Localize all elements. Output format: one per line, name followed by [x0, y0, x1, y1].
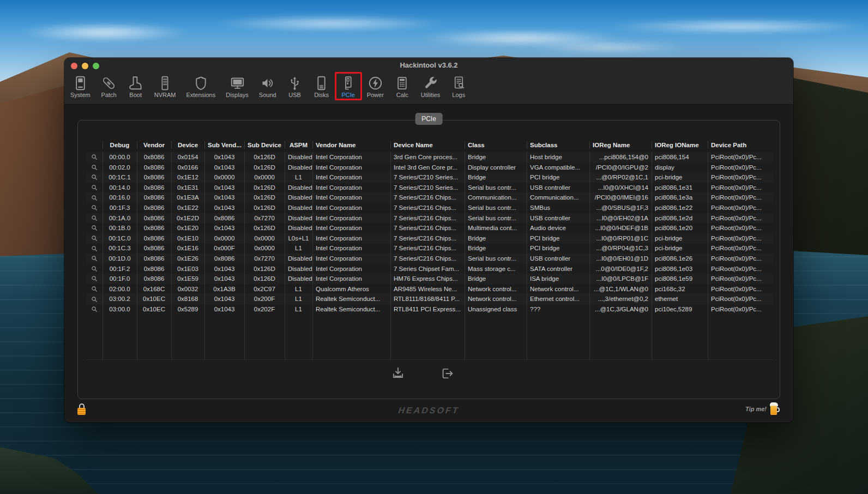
table-row[interactable]: 00:1B.00x80860x1E200x10430x126DDisabledI…	[86, 223, 773, 233]
cell-ioreg_ioname: pci8086,1e2d	[652, 213, 708, 224]
cell-device: 0x0166	[171, 162, 204, 173]
inspect-magnifier-icon[interactable]	[86, 225, 103, 231]
table-row[interactable]: 00:1C.30x80860x1E160x000F0x0000L1Intel C…	[86, 243, 773, 254]
inspect-magnifier-icon[interactable]	[86, 174, 103, 180]
cell-vendor_name: Realtek Semiconduct...	[312, 304, 390, 315]
cell-device_name: 7 Series/C210 Series...	[390, 183, 465, 193]
inspect-magnifier-icon[interactable]	[86, 154, 103, 160]
table-row[interactable]: 00:1C.10x80860x1E120x00000x0000L1Intel C…	[86, 172, 773, 183]
cell-vendor_name: Intel Corporation	[312, 274, 390, 284]
column-header-class[interactable]: Class	[465, 142, 527, 148]
cell-sub_vendor: 0x1043	[204, 152, 244, 162]
cell-device: 0x1E22	[171, 203, 204, 213]
column-header-debug[interactable]: Debug	[103, 142, 137, 148]
export-button[interactable]	[439, 367, 455, 382]
inspect-magnifier-icon[interactable]	[86, 286, 103, 292]
table-row[interactable]: 00:1D.00x80860x1E260x80860x7270DisabledI…	[86, 254, 773, 264]
table-row[interactable]: 02:00.00x168C0x00320x1A3B0x2C97L1Qualcom…	[86, 284, 773, 294]
column-header-aspm[interactable]: ASPM	[285, 142, 312, 148]
table-row[interactable]: 00:1F.00x80860x1E590x10430x126DDisabledI…	[86, 274, 773, 284]
cell-debug: 00:16.0	[103, 192, 137, 203]
column-header-sub_vendor[interactable]: Sub Vend...	[204, 142, 244, 148]
column-header-vendor[interactable]: Vendor	[137, 142, 171, 148]
column-header-ioreg_ioname[interactable]: IOReg IOName	[652, 142, 708, 148]
column-header-device[interactable]: Device	[171, 142, 204, 148]
logs-icon	[450, 75, 467, 91]
inspect-magnifier-icon[interactable]	[86, 296, 103, 303]
inspect-magnifier-icon[interactable]	[86, 184, 103, 191]
toolbar-label-boot: Boot	[129, 92, 142, 99]
cell-aspm: Disabled	[285, 274, 312, 284]
toolbar-item-patch[interactable]: Patch	[99, 75, 119, 99]
table-row[interactable]: 00:00.00x80860x01540x10430x126DDisabledI…	[86, 152, 773, 162]
table-row[interactable]: 00:02.00x80860x01660x10430x126DDisabledI…	[86, 162, 773, 173]
cell-vendor_name: Intel Corporation	[312, 264, 390, 274]
cell-subclass: Network control...	[527, 284, 589, 294]
column-header-device_path[interactable]: Device Path	[708, 142, 773, 148]
toolbar-item-usb[interactable]: USB	[285, 75, 305, 99]
cell-debug: 03:00.0	[103, 304, 137, 315]
toolbar-item-utilities[interactable]: Utilities	[419, 75, 442, 99]
cell-debug: 02:00.0	[103, 284, 137, 294]
cell-sub_device: 0x126D	[244, 192, 285, 203]
toolbar-item-sound[interactable]: Sound	[257, 75, 278, 99]
export-icon	[440, 366, 454, 383]
cell-device: 0x1E31	[171, 183, 204, 193]
toolbar-item-disks[interactable]: Disks	[312, 75, 331, 99]
inspect-magnifier-icon[interactable]	[86, 204, 103, 211]
cell-subclass: Audio device	[527, 223, 589, 233]
cell-aspm: L1	[285, 172, 312, 183]
pcie-icon	[340, 75, 357, 91]
cell-class: Serial bus contr...	[465, 183, 527, 193]
inspect-magnifier-icon[interactable]	[86, 235, 103, 242]
column-header-device_name[interactable]: Device Name	[390, 142, 465, 148]
toolbar-item-calc[interactable]: Calc	[393, 75, 412, 99]
table-row[interactable]: 00:1F.30x80860x1E220x10430x126DDisabledI…	[86, 203, 773, 213]
cell-class: Serial bus contr...	[465, 254, 527, 264]
table-row[interactable]: 00:1A.00x80860x1E2D0x80860x7270DisabledI…	[86, 213, 773, 224]
column-header-subclass[interactable]: Subclass	[527, 142, 589, 148]
inspect-magnifier-icon[interactable]	[86, 195, 103, 201]
toolbar-item-power[interactable]: Power	[365, 75, 385, 99]
cell-debug: 00:1D.0	[103, 254, 137, 264]
toolbar-label-extensions: Extensions	[186, 92, 215, 99]
inspect-magnifier-icon[interactable]	[86, 215, 103, 221]
column-header-ioreg_name[interactable]: IOReg Name	[589, 142, 652, 148]
toolbar-item-displays[interactable]: Displays	[224, 75, 250, 99]
toolbar-item-system[interactable]: System	[69, 75, 92, 99]
cell-vendor_name: Intel Corporation	[312, 192, 390, 203]
inspect-magnifier-icon[interactable]	[86, 255, 103, 262]
cell-ioreg_name: ...@0/SBUS@1F,3	[589, 203, 652, 213]
table-row[interactable]: 03:00.00x10EC0x52890x10430x202FL1Realtek…	[86, 304, 773, 315]
table-row[interactable]: 03:00.20x10EC0x81680x10430x200FL1Realtek…	[86, 294, 773, 304]
cell-device_name: 7 Series/C216 Chips...	[390, 243, 465, 254]
cell-vendor: 0x8086	[137, 172, 171, 183]
cell-subclass: Host bridge	[527, 152, 589, 162]
download-button[interactable]	[390, 367, 406, 382]
toolbar-item-extensions[interactable]: Extensions	[184, 75, 217, 99]
system-icon	[72, 75, 88, 91]
cell-device: 0x1E2D	[171, 213, 204, 224]
table-row[interactable]: 00:16.00x80860x1E3A0x10430x126DDisabledI…	[86, 192, 773, 203]
cell-device: 0x1E26	[171, 254, 204, 264]
table-row[interactable]: 00:14.00x80860x1E310x10430x126DDisabledI…	[86, 183, 773, 193]
toolbar-item-nvram[interactable]: NVRAM	[153, 75, 178, 99]
cell-debug: 00:1C.0	[103, 233, 137, 244]
inspect-magnifier-icon[interactable]	[86, 245, 103, 252]
column-header-vendor_name[interactable]: Vendor Name	[312, 142, 390, 148]
toolbar-item-pcie[interactable]: PCIe	[339, 75, 358, 99]
cell-vendor: 0x8086	[137, 192, 171, 203]
tip-me-area[interactable]: Tip me!	[745, 402, 780, 415]
table-row[interactable]: 00:1C.00x80860x1E100x00000x0000L0s+L1Int…	[86, 233, 773, 244]
inspect-magnifier-icon[interactable]	[86, 266, 103, 272]
cell-class: Bridge	[465, 152, 527, 162]
toolbar-item-boot[interactable]: Boot	[126, 75, 146, 99]
toolbar-item-logs[interactable]: Logs	[449, 75, 468, 99]
inspect-magnifier-icon[interactable]	[86, 306, 103, 312]
column-header-sub_device[interactable]: Sub Device	[244, 142, 285, 148]
inspect-magnifier-icon[interactable]	[86, 275, 103, 282]
table-row[interactable]: 00:1F.20x80860x1E030x10430x126DDisabledI…	[86, 264, 773, 274]
cell-device_path: PciRoot(0x0)/Pc...	[708, 162, 773, 173]
tab-pcie[interactable]: PCIe	[415, 113, 443, 125]
inspect-magnifier-icon[interactable]	[86, 164, 103, 171]
